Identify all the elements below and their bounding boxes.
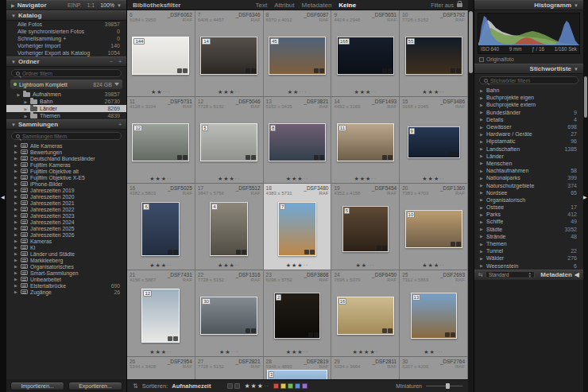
photo-thumbnail[interactable]: 168 [337,37,394,75]
disclosure-triangle-icon[interactable]: ▶ [14,239,18,243]
disclosure-triangle-icon[interactable]: ▶ [480,263,484,268]
disclosure-triangle-icon[interactable]: ▶ [480,205,484,210]
cell-star-rating[interactable]: ★★★·· [130,174,192,183]
collection-item[interactable]: ▶ Kameras [6,238,126,244]
keyword-item[interactable]: ▶ Menschen [474,160,583,167]
disclosure-triangle-icon[interactable]: ▶ [14,207,18,212]
catalog-item[interactable]: Alle synchronisierten Fotos 0 [6,28,126,35]
keyword-item[interactable]: ▶ Strände 48 [474,233,583,240]
zoom-1-1-option[interactable]: 1:1 [87,2,95,8]
keyword-item[interactable]: ▶ Tunnel 22 [474,247,583,254]
collection-item[interactable]: ▶ iPhone-Bilder [6,180,126,187]
thumbnail-size-slider[interactable] [426,382,462,390]
disclosure-triangle-icon[interactable]: ▶ [14,156,18,161]
collection-item[interactable]: ▶ Jahreszeiten 2020 [6,193,126,200]
collection-item[interactable]: ▶ Elstertalbrücke 690 [6,282,126,289]
collection-item[interactable]: ▶ Länder und Städte [6,250,126,257]
catalog-item[interactable]: Alle Fotos 39857 [6,21,126,28]
grid-cell-22[interactable]: 22 _DSF1316 7728 x 5152 RAF 30 [195,270,264,357]
filter-state[interactable]: Filter aus [431,2,462,8]
keyword-item[interactable]: ▶ Buchprojekte extern [474,101,583,108]
cell-star-rating[interactable]: ★★★·· [198,174,261,183]
stack-count-badge[interactable]: 6 [143,204,149,210]
disclosure-triangle-icon[interactable]: ▶ [14,188,18,192]
right-panel-collapse-strip[interactable]: ▶ [583,0,588,392]
cell-star-rating[interactable]: ★★★·· [198,261,261,270]
disclosure-triangle-icon[interactable]: ▶ [14,200,18,205]
stack-count-badge[interactable]: 13 [412,294,421,301]
histogramm-header[interactable]: Histogramm ▼ [474,0,583,10]
cell-star-rating[interactable]: ★★★★· [334,347,397,356]
keyword-item[interactable]: ▶ Länder [474,153,583,160]
keyword-search-input[interactable]: Stichwörter filtern [479,76,578,84]
color-label-swatch[interactable] [288,383,293,389]
disclosure-triangle-icon[interactable]: ▶ [480,242,484,246]
disclosure-triangle-icon[interactable]: ▶ [480,234,484,239]
cell-star-rating[interactable]: ★★★·· [402,174,465,183]
disclosure-triangle-icon[interactable]: ▶ [480,110,484,114]
keyword-item[interactable]: ▶ Bahn [474,87,583,94]
stack-count-badge[interactable]: 10 [407,212,416,218]
disclosure-triangle-icon[interactable]: ▶ [14,213,18,218]
toolbar-star-rating[interactable]: ★★★·· [244,382,269,390]
cell-star-rating[interactable]: ★★★·· [266,261,329,270]
photo-thumbnail[interactable]: 6 [141,202,180,256]
navigator-header[interactable]: ▶ Navigator EINP. 1:1 100% ▼ [6,0,126,10]
grid-cell-20[interactable]: 20 _DSF1360 7383 x 4703 RAF 10 [400,184,468,270]
collection-item[interactable]: ▶ Bewertungen [6,149,126,155]
disclosure-triangle-icon[interactable]: ▶ [480,139,484,144]
photo-thumbnail[interactable]: 8 [269,123,326,161]
sammlungen-header[interactable]: ▼ Sammlungen + [6,119,126,130]
zoom-dropdown-icon[interactable]: ▼ [117,3,122,8]
collection-item[interactable]: ▶ Jahreszeiten 2025 [6,225,126,231]
collection-item[interactable]: ▶ KI [6,244,126,250]
collection-item[interactable]: ▶ Fujifilm Objektive alt [6,168,126,174]
keyword-item[interactable]: ▶ Bundesländer 9 [474,109,583,116]
disclosure-triangle-icon[interactable]: ▶ [24,99,28,104]
disclosure-triangle-icon[interactable]: ▶ [24,107,28,111]
keyword-item[interactable]: ▶ Organisatorisch [474,196,583,204]
keyword-item[interactable]: ▶ Nordsee 65 [474,189,583,196]
disclosure-triangle-icon[interactable]: ▶ [480,183,484,188]
photo-thumbnail[interactable]: 10 [405,210,462,248]
folder-item-aufnahmen[interactable]: ▶ Aufnahmen 39857 [6,91,126,98]
grid-cell-19[interactable]: 19 _DSF5454 4352 x 4158 RAF 5 [331,184,400,270]
grid-cell-13[interactable]: 13 _DSF3821 5152 x 3435 RAF 8 [264,97,332,184]
cell-star-rating[interactable]: ★★··· [402,347,465,356]
grid-cell-10[interactable]: 10 _DSF5792 7728 x 5152 RAF 55 [400,10,468,97]
folder-item-länder[interactable]: ▶ Länder 8269 [6,105,126,112]
zoom-percent-option[interactable]: 100% [100,2,114,8]
color-label-swatch[interactable] [295,383,300,389]
checkbox-icon[interactable] [479,57,484,62]
grid-cell-25[interactable]: 25 _DSF2693 7312 x 5869 RAF 13 [400,270,468,357]
disclosure-triangle-icon[interactable]: ▶ [480,88,484,93]
disclosure-triangle-icon[interactable]: ▶ [14,226,18,231]
folder-search-input[interactable]: Ordner filtern [11,69,122,77]
collection-item[interactable]: ▶ Smart-Sammlungen [6,270,126,276]
disclosure-triangle-icon[interactable]: ▶ [14,181,18,186]
disclosure-triangle-icon[interactable]: ▶ [14,232,18,237]
keyword-item[interactable]: ▶ Details 4 [474,116,583,123]
catalog-item[interactable]: Vorheriger Export als Katalog 1054 [6,49,126,56]
photo-thumbnail[interactable]: 30 [200,297,257,335]
cell-star-rating[interactable]: ★★··· [266,87,329,96]
cell-star-rating[interactable]: ★★★·· [266,174,329,183]
keyword-item[interactable]: ▶ Buchprojekte eigen [474,94,583,101]
disclosure-triangle-icon[interactable]: ▶ [480,169,484,173]
stack-count-badge[interactable]: 14 [202,38,211,45]
filter-mode-metadaten[interactable]: Metadaten [302,2,332,9]
grid-scrollbar-thumb[interactable] [469,11,473,73]
keyword-item[interactable]: ▶ Nachtaufnahmen 58 [474,167,583,174]
grid-cell-7[interactable]: 7 _DSF6346 6406 x 4457 RAF 14 [195,10,264,97]
keyword-item[interactable]: ▶ Naturschutzgebiete 374 [474,181,583,188]
disclosure-triangle-icon[interactable]: ▶ [14,270,18,275]
original-photo-toggle[interactable]: Originalfoto [474,54,583,64]
collapse-right-arrow-icon[interactable]: ▶ [583,193,587,199]
color-label-swatch[interactable] [302,383,308,389]
flag-filter-icons[interactable] [227,383,240,389]
stack-count-badge[interactable]: 3 [269,371,274,378]
color-label-swatch[interactable] [273,383,279,389]
right-panel-scrollbar-thumb[interactable] [584,76,587,118]
collection-search-input[interactable]: Sammlungen filtern [11,132,122,140]
keyword-item[interactable]: ▶ Landschaften 1385 [474,146,583,153]
